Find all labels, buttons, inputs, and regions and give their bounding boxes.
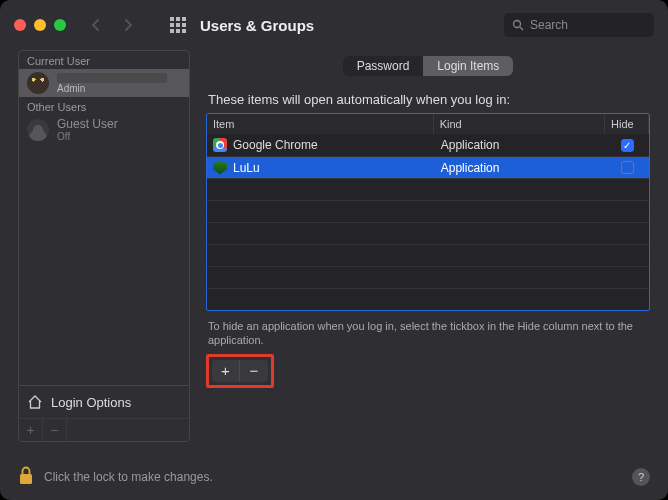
hint-text: To hide an application when you log in, … bbox=[208, 319, 648, 348]
col-hide[interactable]: Hide bbox=[605, 114, 649, 134]
grid-icon bbox=[170, 17, 186, 33]
close-window-button[interactable] bbox=[14, 19, 26, 31]
minimize-window-button[interactable] bbox=[34, 19, 46, 31]
lock-text: Click the lock to make changes. bbox=[44, 470, 213, 484]
avatar-icon bbox=[27, 72, 49, 94]
user-row-guest[interactable]: Guest User Off bbox=[19, 115, 189, 145]
avatar-silhouette-icon bbox=[27, 119, 49, 141]
guest-status: Off bbox=[57, 131, 118, 142]
shield-icon bbox=[213, 161, 227, 175]
item-kind: Application bbox=[441, 138, 500, 152]
preferences-window: Users & Groups Search Current User Admin… bbox=[0, 0, 668, 500]
add-user-button: + bbox=[19, 419, 43, 441]
hide-checkbox[interactable]: ✓ bbox=[621, 139, 634, 152]
guest-name: Guest User bbox=[57, 118, 118, 131]
lock-icon[interactable] bbox=[18, 466, 34, 489]
footer: Click the lock to make changes. ? bbox=[0, 454, 668, 500]
house-icon bbox=[27, 394, 43, 410]
login-options-label: Login Options bbox=[51, 395, 131, 410]
forward-button[interactable] bbox=[116, 13, 140, 37]
table-row-empty bbox=[207, 200, 649, 222]
help-button[interactable]: ? bbox=[632, 468, 650, 486]
section-other-users: Other Users bbox=[19, 97, 189, 115]
main-panel: Password Login Items These items will op… bbox=[206, 50, 650, 442]
user-role: Admin bbox=[57, 83, 167, 94]
col-item[interactable]: Item bbox=[207, 114, 434, 134]
table-row-empty bbox=[207, 266, 649, 288]
show-all-button[interactable] bbox=[166, 13, 190, 37]
login-options-row[interactable]: Login Options bbox=[19, 385, 189, 418]
page-title: Users & Groups bbox=[200, 17, 314, 34]
chrome-icon bbox=[213, 138, 227, 152]
table-row-empty bbox=[207, 222, 649, 244]
table-row[interactable]: Google ChromeApplication✓ bbox=[207, 134, 649, 156]
table-header: Item Kind Hide bbox=[207, 114, 649, 134]
tab-password[interactable]: Password bbox=[343, 56, 424, 76]
sidebar-user-add-remove: + − bbox=[19, 418, 189, 441]
tab-group: Password Login Items bbox=[343, 56, 514, 76]
hide-checkbox[interactable] bbox=[621, 161, 634, 174]
svg-line-1 bbox=[520, 27, 523, 30]
login-items-table: Item Kind Hide Google ChromeApplication✓… bbox=[206, 113, 650, 311]
table-row-empty bbox=[207, 244, 649, 266]
col-kind[interactable]: Kind bbox=[434, 114, 605, 134]
search-input[interactable]: Search bbox=[504, 13, 654, 37]
user-name-redacted bbox=[57, 73, 167, 83]
item-name: Google Chrome bbox=[233, 138, 318, 152]
table-row-empty bbox=[207, 288, 649, 310]
section-current-user: Current User bbox=[19, 51, 189, 69]
table-row[interactable]: LuLuApplication bbox=[207, 156, 649, 178]
zoom-window-button[interactable] bbox=[54, 19, 66, 31]
search-icon bbox=[512, 19, 524, 31]
remove-user-button: − bbox=[43, 419, 67, 441]
intro-text: These items will open automatically when… bbox=[208, 92, 648, 107]
window-controls bbox=[14, 19, 66, 31]
remove-login-item-button[interactable]: − bbox=[240, 360, 268, 382]
user-row-current[interactable]: Admin bbox=[19, 69, 189, 97]
table-row-empty bbox=[207, 178, 649, 200]
search-placeholder: Search bbox=[530, 18, 568, 32]
svg-rect-2 bbox=[20, 474, 32, 484]
tab-login-items[interactable]: Login Items bbox=[423, 56, 513, 76]
titlebar: Users & Groups Search bbox=[0, 0, 668, 50]
svg-point-0 bbox=[514, 21, 521, 28]
add-remove-highlight: + − bbox=[206, 354, 274, 388]
add-login-item-button[interactable]: + bbox=[212, 360, 240, 382]
item-kind: Application bbox=[441, 161, 500, 175]
item-name: LuLu bbox=[233, 161, 260, 175]
back-button[interactable] bbox=[84, 13, 108, 37]
sidebar: Current User Admin Other Users Guest Use… bbox=[18, 50, 190, 442]
